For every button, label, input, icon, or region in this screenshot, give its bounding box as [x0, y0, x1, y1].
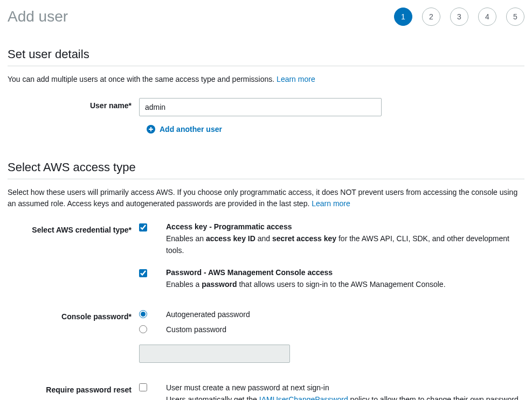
custom-password-input — [139, 345, 290, 363]
require-reset-checkbox[interactable] — [139, 383, 147, 391]
add-another-user-label: Add another user — [160, 125, 222, 134]
section-access-type-subtitle: Select how these users will primarily ac… — [8, 187, 524, 209]
password-desc: Enables a password that allows users to … — [166, 279, 524, 291]
section-user-details-subtitle: You can add multiple users at once with … — [8, 74, 524, 85]
username-input[interactable] — [139, 98, 382, 116]
step-1[interactable]: 1 — [394, 8, 412, 26]
credential-type-label: Select AWS credential type* — [8, 222, 139, 234]
require-reset-line1: User must create a new password at next … — [166, 382, 524, 394]
console-password-label: Console password* — [8, 309, 139, 321]
password-title: Password - AWS Management Console access — [166, 268, 524, 277]
step-5[interactable]: 5 — [506, 8, 524, 26]
autogenerated-password-label: Autogenerated password — [166, 310, 250, 319]
learn-more-link-2[interactable]: Learn more — [312, 199, 350, 208]
iam-policy-link[interactable]: IAMUserChangePassword — [259, 395, 348, 400]
autogenerated-password-radio[interactable] — [139, 310, 147, 318]
access-key-checkbox[interactable] — [139, 223, 147, 231]
step-2[interactable]: 2 — [422, 8, 440, 26]
learn-more-link[interactable]: Learn more — [277, 75, 315, 83]
require-reset-label: Require password reset — [8, 382, 139, 394]
wizard-steps: 1 2 3 4 5 — [394, 8, 524, 26]
username-label: User name* — [8, 98, 139, 110]
add-another-user-button[interactable]: Add another user — [147, 125, 524, 134]
password-checkbox[interactable] — [139, 269, 147, 277]
page-title: Add user — [8, 8, 68, 25]
custom-password-radio[interactable] — [139, 325, 147, 333]
access-key-title: Access key - Programmatic access — [166, 222, 524, 231]
svg-rect-2 — [149, 129, 153, 130]
custom-password-label: Custom password — [166, 325, 226, 334]
divider — [8, 66, 524, 66]
section-user-details-title: Set user details — [8, 47, 524, 61]
require-reset-line2: Users automatically get the IAMUserChang… — [166, 394, 524, 400]
plus-circle-icon — [147, 125, 155, 134]
step-3[interactable]: 3 — [450, 8, 468, 26]
section-access-type-title: Select AWS access type — [8, 160, 524, 174]
access-key-desc: Enables an access key ID and secret acce… — [166, 233, 524, 256]
divider — [8, 179, 524, 179]
step-4[interactable]: 4 — [478, 8, 496, 26]
